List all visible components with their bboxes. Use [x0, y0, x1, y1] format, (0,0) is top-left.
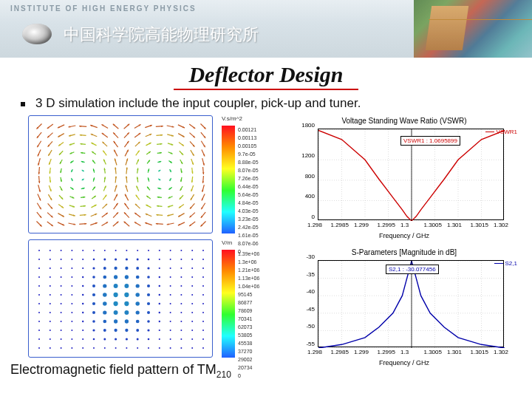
- svg-point-574: [191, 347, 193, 349]
- bullet-line: 3 D simulation include the input coupler…: [0, 96, 532, 111]
- bullet-icon: [21, 102, 25, 106]
- svg-point-474: [147, 293, 150, 296]
- svg-point-573: [180, 347, 182, 349]
- svg-point-477: [180, 294, 182, 296]
- svg-point-518: [103, 320, 106, 324]
- svg-point-485: [92, 302, 95, 305]
- svg-marker-227: [50, 189, 51, 191]
- svg-point-418: [61, 267, 62, 269]
- svg-point-523: [159, 321, 160, 322]
- sparam-chart: S-Parameters [Magnitude in dB] S2,1 : -3…: [290, 247, 519, 368]
- figure-grid: V.s/m^2 0.001210.001130.001059.7e-058.88…: [0, 115, 532, 389]
- vector-plot-b-field: [29, 116, 214, 234]
- svg-point-432: [38, 276, 40, 278]
- slide-title: Deflector Design: [0, 62, 532, 87]
- svg-point-540: [170, 330, 171, 331]
- svg-point-403: [71, 259, 72, 260]
- svg-point-564: [82, 347, 83, 349]
- vswr-title: Voltage Standing Wave Ratio (VSWR): [290, 117, 519, 125]
- svg-marker-23: [161, 126, 163, 127]
- svg-marker-313: [168, 205, 170, 207]
- svg-marker-157: [192, 163, 194, 165]
- svg-point-445: [180, 276, 182, 278]
- svg-point-438: [103, 276, 106, 279]
- svg-point-401: [50, 259, 51, 260]
- svg-point-484: [82, 303, 83, 304]
- svg-point-393: [137, 250, 138, 251]
- svg-point-514: [61, 321, 62, 322]
- svg-point-537: [136, 329, 139, 332]
- svg-point-507: [159, 312, 160, 313]
- svg-point-509: [180, 312, 182, 313]
- svg-point-536: [125, 329, 128, 332]
- svg-marker-9: [79, 126, 81, 127]
- field-vector-bottom: [28, 239, 213, 358]
- svg-point-399: [202, 250, 204, 251]
- svg-point-548: [82, 338, 83, 340]
- svg-point-529: [50, 330, 51, 331]
- svg-point-553: [137, 338, 139, 340]
- header-banner: INSTITUTE OF HIGH ENERGY PHYSICS 中国科学院高能…: [0, 0, 532, 58]
- svg-point-497: [50, 312, 51, 313]
- svg-point-531: [71, 330, 72, 331]
- colorbar-top-header: V.s/m^2: [222, 115, 242, 122]
- vswr-legend-right: VSWR1: [485, 129, 517, 135]
- svg-point-510: [191, 312, 193, 313]
- svg-point-475: [159, 294, 160, 296]
- svg-marker-295: [72, 205, 75, 207]
- svg-point-392: [126, 250, 127, 251]
- svg-point-488: [124, 301, 129, 306]
- colorbar-bot: [222, 250, 235, 358]
- svg-point-516: [82, 321, 83, 322]
- svg-point-455: [114, 284, 118, 288]
- svg-marker-145: [126, 159, 128, 161]
- svg-point-453: [92, 284, 95, 287]
- svg-point-519: [114, 319, 117, 323]
- svg-point-511: [202, 312, 204, 313]
- svg-point-476: [170, 294, 171, 296]
- svg-point-508: [170, 312, 171, 313]
- svg-point-515: [71, 321, 72, 322]
- svg-point-506: [147, 311, 150, 314]
- svg-point-462: [191, 285, 193, 287]
- colorbar-top: [222, 126, 235, 233]
- svg-point-522: [147, 320, 150, 323]
- svg-point-442: [147, 276, 150, 279]
- svg-point-471: [113, 293, 117, 297]
- svg-point-520: [125, 319, 129, 323]
- svg-point-465: [50, 294, 51, 296]
- institute-cn: 中国科学院高能物理研究所: [64, 24, 259, 46]
- svg-point-481: [50, 303, 51, 304]
- svg-marker-131: [49, 163, 50, 165]
- svg-point-425: [136, 267, 139, 270]
- svg-point-429: [180, 267, 182, 269]
- svg-point-456: [124, 284, 129, 288]
- svg-point-530: [61, 330, 62, 331]
- svg-point-391: [115, 250, 117, 251]
- svg-point-454: [103, 284, 106, 287]
- svg-marker-143: [115, 159, 116, 161]
- svg-point-559: [202, 338, 204, 340]
- svg-point-517: [92, 320, 95, 323]
- svg-point-408: [126, 258, 128, 260]
- svg-point-541: [180, 330, 182, 331]
- svg-point-534: [103, 329, 106, 332]
- svg-point-547: [71, 338, 72, 340]
- svg-point-566: [104, 347, 106, 349]
- svg-point-412: [170, 259, 171, 260]
- svg-point-500: [82, 312, 83, 313]
- svg-point-431: [202, 267, 204, 269]
- svg-point-498: [61, 312, 62, 313]
- svg-point-479: [202, 294, 204, 296]
- colorbar-bot-ticks: 1.39e+061.3e+061.21e+061.13e+061.04e+069…: [238, 250, 259, 380]
- svg-marker-361: [84, 223, 86, 225]
- svg-point-494: [191, 303, 193, 304]
- svg-point-421: [92, 267, 95, 269]
- colorbar-bot-header: V/m: [222, 239, 232, 246]
- svg-point-570: [148, 347, 149, 349]
- svg-point-416: [38, 267, 40, 269]
- svg-marker-375: [156, 223, 158, 225]
- svg-point-502: [103, 310, 106, 314]
- svg-point-400: [38, 259, 40, 260]
- svg-point-397: [180, 250, 182, 251]
